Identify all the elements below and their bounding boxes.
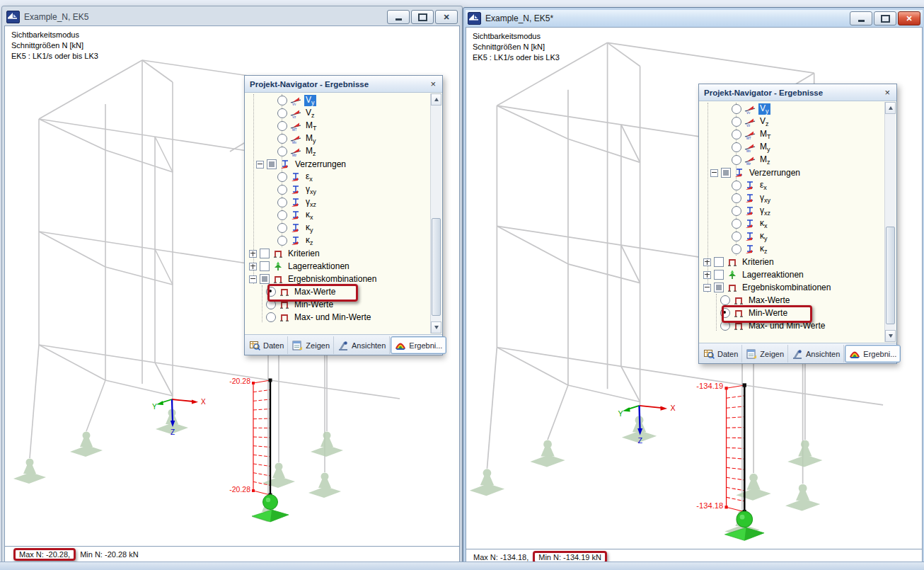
tree-item-ergebniskombinationen[interactable]: Ergebniskombinationen (245, 273, 431, 285)
close-button[interactable]: ✕ (898, 11, 920, 25)
scroll-up-icon[interactable] (431, 93, 441, 106)
tree-item--xy[interactable]: γxy (245, 183, 431, 196)
tree-radio[interactable] (732, 219, 741, 229)
tree-checkbox[interactable] (714, 283, 724, 292)
scroll-down-icon[interactable] (431, 321, 441, 334)
tree-item--xz[interactable]: γxz (245, 196, 431, 209)
tree-item-verzerrungen[interactable]: Verzerrungen (245, 158, 431, 171)
tree-checkbox[interactable] (714, 270, 724, 280)
tree-radio[interactable] (732, 130, 741, 139)
tab-ergebni[interactable]: Ergebni... (845, 345, 901, 363)
tree-radio[interactable] (732, 206, 741, 216)
tree-radio[interactable] (277, 147, 287, 156)
scrollbar-thumb[interactable] (886, 227, 895, 324)
tree-radio[interactable] (266, 312, 276, 322)
tree-radio[interactable] (732, 181, 741, 190)
tree-item-lagerreaktionen[interactable]: Lagerreaktionen (245, 260, 431, 273)
titlebar[interactable]: Example_N, EK5* ✕ (466, 10, 923, 27)
tree-item-my[interactable]: MyMy (245, 132, 431, 145)
tree-item--x[interactable]: εx (245, 171, 431, 183)
scrollbar[interactable] (430, 93, 441, 334)
tree-item--y[interactable]: κy (245, 222, 431, 234)
minimize-button[interactable] (850, 11, 872, 25)
tree-item-max-werte[interactable]: Max-Werte (699, 294, 885, 307)
tree-radio[interactable] (266, 287, 276, 297)
tree-item-vz[interactable]: VzVz (245, 107, 431, 120)
tree-radio[interactable] (732, 155, 741, 165)
tree-item-verzerrungen[interactable]: Verzerrungen (699, 166, 885, 179)
titlebar[interactable]: Example_N, EK5 ✕ (4, 8, 460, 25)
tree-item--x[interactable]: εx (699, 179, 885, 192)
tree-item--z[interactable]: κz (699, 243, 885, 256)
window-example-ek5-max[interactable]: Example_N, EK5 ✕ Sichtbarkeitsmodus Schn… (1, 6, 463, 565)
tab-daten[interactable]: Daten (246, 336, 288, 354)
scroll-down-icon[interactable] (885, 330, 896, 342)
tree-radio[interactable] (732, 117, 741, 127)
maximize-button[interactable] (874, 11, 896, 25)
tab-ansichten[interactable]: Ansichten (789, 345, 844, 363)
tree-radio[interactable] (732, 142, 741, 152)
tree-item-lagerreaktionen[interactable]: Lagerreaktionen (699, 268, 885, 281)
scroll-up-icon[interactable] (885, 102, 896, 114)
tab-daten[interactable]: Daten (700, 345, 742, 363)
tab-zeigen[interactable]: Zeigen (289, 336, 334, 354)
tree-checkbox[interactable] (267, 159, 277, 169)
tree-checkbox[interactable] (714, 257, 724, 267)
collapse-icon[interactable] (710, 169, 718, 177)
tree-radio[interactable] (732, 104, 741, 114)
tree-item-kriterien[interactable]: Kriterien (245, 247, 431, 260)
tree-item-max-werte[interactable]: Max-Werte (245, 285, 431, 298)
tree-radio[interactable] (277, 172, 287, 182)
tree-item-mt[interactable]: MTMT (245, 120, 431, 132)
tree-radio[interactable] (720, 295, 730, 305)
scrollbar[interactable] (884, 102, 896, 342)
tree-item-max-und-min-werte[interactable]: Max- und Min-Werte (699, 319, 885, 332)
tree-radio[interactable] (277, 108, 287, 118)
tree-item-min-werte[interactable]: Min-Werte (245, 298, 431, 311)
tree-radio[interactable] (277, 96, 287, 106)
tree-item--z[interactable]: κz (245, 234, 431, 247)
tree-radio[interactable] (277, 121, 287, 131)
tree-checkbox[interactable] (260, 274, 270, 284)
viewport-3d[interactable]: Sichtbarkeitsmodus Schnittgrößen N [kN] … (4, 25, 460, 547)
tab-ansichten[interactable]: Ansichten (335, 336, 390, 354)
tree-item-my[interactable]: MyMy (699, 141, 885, 154)
collapse-icon[interactable] (256, 161, 264, 169)
expand-icon[interactable] (249, 250, 257, 258)
window-example-ek5-min[interactable]: Example_N, EK5* ✕ Sichtbarkeitsmodus Sch… (463, 7, 924, 568)
close-icon[interactable]: × (429, 79, 437, 89)
tree-radio[interactable] (277, 134, 287, 144)
tree-item-vy[interactable]: VyVy (245, 94, 431, 107)
tree-radio[interactable] (277, 198, 287, 207)
maximize-button[interactable] (411, 10, 434, 24)
scrollbar-thumb[interactable] (432, 218, 441, 316)
collapse-icon[interactable] (249, 275, 257, 283)
tree-radio[interactable] (720, 321, 730, 331)
minimize-button[interactable] (387, 10, 410, 24)
tree-item-mt[interactable]: MTMT (699, 128, 885, 141)
tree-item--y[interactable]: κy (699, 230, 885, 243)
tree-radio[interactable] (732, 244, 741, 254)
tree-checkbox[interactable] (721, 168, 731, 178)
tree-checkbox[interactable] (260, 261, 270, 271)
tree-item-vz[interactable]: VzVz (699, 115, 885, 128)
tree-item--x[interactable]: κx (245, 209, 431, 222)
expand-icon[interactable] (703, 271, 711, 279)
expand-icon[interactable] (249, 263, 257, 270)
tree-item-max-und-min-werte[interactable]: Max- und Min-Werte (245, 311, 431, 324)
tree-item-mz[interactable]: MzMz (699, 154, 885, 166)
tree-radio[interactable] (277, 236, 287, 246)
tree-item--xz[interactable]: γxz (699, 205, 885, 217)
tree-item-kriterien[interactable]: Kriterien (699, 256, 885, 268)
tree-item-min-werte[interactable]: Min-Werte (699, 307, 885, 319)
tree-radio[interactable] (277, 185, 287, 195)
tab-zeigen[interactable]: Zeigen (743, 345, 788, 363)
tab-ergebni[interactable]: Ergebni... (391, 336, 446, 354)
tree-radio[interactable] (266, 300, 276, 309)
tree-item--x[interactable]: κx (699, 217, 885, 230)
tree-radio[interactable] (720, 308, 730, 318)
tree-item-vy[interactable]: VyVy (699, 103, 885, 115)
tree-radio[interactable] (732, 193, 741, 203)
collapse-icon[interactable] (703, 284, 711, 292)
tree-radio[interactable] (277, 210, 287, 220)
